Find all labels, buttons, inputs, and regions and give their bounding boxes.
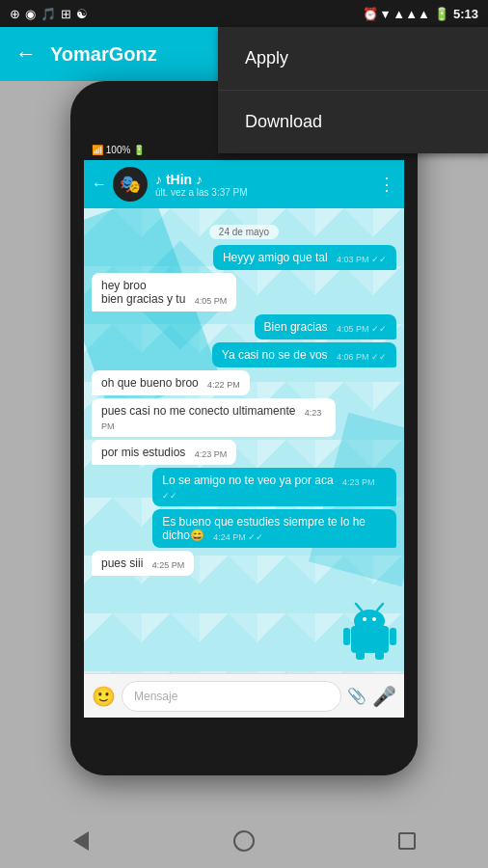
wa-toolbar: ← 🎭 ♪ tHin ♪ últ. vez a las 3:37 PM ⋮: [84, 160, 404, 208]
circle-icon: ◉: [25, 7, 36, 21]
wa-input-bar: 🙂 Mensaje 📎 🎤: [84, 673, 404, 718]
back-button[interactable]: ←: [15, 41, 37, 67]
message-time: 4:25 PM: [152, 560, 185, 570]
svg-rect-6: [343, 628, 350, 645]
plus-icon: ⊕: [10, 7, 20, 21]
phone-container: 📶 100% 🔋 03:39 PM ← 🎭 ♪ tHin ♪ últ. vez …: [70, 81, 418, 775]
message-text: oh que bueno broo: [101, 376, 199, 390]
apply-menu-item[interactable]: Apply: [218, 27, 488, 91]
message-bubble: Es bueno que estudies siempre te lo he d…: [152, 509, 396, 548]
message-text: por mis estudios: [101, 446, 185, 459]
status-bar: ⊕ ◉ 🎵 ⊞ ☯ ⏰ ▾ ▲▲▲ 🔋 5:13: [0, 0, 488, 27]
message-bubble: Heyyy amigo que tal 4:03 PM ✓✓: [213, 245, 396, 270]
message-text: pues casi no me conecto ultimamente: [101, 404, 295, 418]
nav-recent-icon: [398, 832, 416, 850]
status-icons-left: ⊕ ◉ 🎵 ⊞ ☯: [10, 7, 88, 21]
phone-bottom: [70, 718, 418, 775]
message-row: Es bueno que estudies siempre te lo he d…: [92, 509, 396, 548]
status-time: 5:13: [453, 7, 478, 21]
message-bubble: Ya casi no se de vos 4:06 PM ✓✓: [212, 342, 396, 367]
message-text: Ya casi no se de vos: [222, 348, 328, 362]
emoji-button[interactable]: 🙂: [92, 685, 116, 708]
message-bubble: Bien gracias 4:05 PM ✓✓: [255, 314, 396, 339]
wa-more-options[interactable]: ⋮: [378, 174, 396, 195]
nav-recent-button[interactable]: [388, 822, 426, 860]
chat-messages: 24 de mayo Heyyy amigo que tal 4:03 PM ✓…: [92, 222, 396, 576]
mic-button[interactable]: 🎤: [372, 685, 396, 708]
message-text: hey broobien gracias y tu: [101, 279, 185, 306]
alarm-icon: ⏰: [363, 7, 378, 21]
message-bubble: oh que bueno broo 4:22 PM: [92, 370, 250, 395]
message-bubble: pues siii 4:25 PM: [92, 551, 194, 576]
wa-contact-name: ♪ tHin ♪: [155, 172, 378, 187]
message-row: pues casi no me conecto ultimamente 4:23…: [92, 398, 396, 437]
message-time: 4:06 PM ✓✓: [337, 352, 387, 362]
message-text: pues siii: [101, 556, 143, 570]
message-time: 4:05 PM ✓✓: [337, 324, 387, 334]
message-bubble: por mis estudios 4:23 PM: [92, 440, 236, 465]
nav-home-button[interactable]: [225, 822, 263, 860]
message-row: Bien gracias 4:05 PM ✓✓: [92, 314, 396, 339]
wifi-icon: ▾: [382, 7, 389, 21]
message-row: pues siii 4:25 PM: [92, 551, 396, 576]
svg-point-3: [372, 617, 376, 621]
attach-button[interactable]: 📎: [347, 687, 366, 705]
wa-back-button[interactable]: ←: [92, 176, 107, 193]
message-time: 4:24 PM ✓✓: [213, 532, 263, 542]
wa-avatar-image: 🎭: [113, 167, 148, 202]
svg-point-1: [354, 610, 385, 633]
message-text: Lo se amigo no te veo ya por aca: [162, 474, 333, 487]
date-label: 24 de mayo: [92, 222, 396, 239]
message-time: 4:05 PM: [195, 296, 228, 306]
svg-line-4: [356, 604, 362, 610]
message-bubble: hey broobien gracias y tu 4:05 PM: [92, 273, 236, 312]
message-bubble: pues casi no me conecto ultimamente 4:23…: [92, 398, 336, 437]
signal-icon: ▲▲▲: [393, 7, 430, 21]
message-row: oh que bueno broo 4:22 PM: [92, 370, 396, 395]
message-row: Ya casi no se de vos 4:06 PM ✓✓: [92, 342, 396, 367]
message-text: Es bueno que estudies siempre te lo he d…: [162, 515, 366, 542]
message-row: Heyyy amigo que tal 4:03 PM ✓✓: [92, 245, 396, 270]
spotify-icon: 🎵: [41, 7, 56, 21]
phone-body: 📶 100% 🔋 03:39 PM ← 🎭 ♪ tHin ♪ últ. vez …: [70, 81, 418, 775]
message-row: Lo se amigo no te veo ya por aca 4:23 PM…: [92, 468, 396, 506]
chat-area[interactable]: 24 de mayo Heyyy amigo que tal 4:03 PM ✓…: [84, 208, 404, 673]
wa-avatar: 🎭: [113, 167, 148, 202]
status-right: ⏰ ▾ ▲▲▲ 🔋 5:13: [363, 7, 478, 21]
message-row: por mis estudios 4:23 PM: [92, 440, 396, 465]
message-text: Heyyy amigo que tal: [223, 251, 328, 264]
message-text: Bien gracias: [264, 320, 328, 334]
svg-line-5: [377, 604, 383, 610]
message-row: hey broobien gracias y tu 4:05 PM: [92, 273, 396, 312]
message-time: 4:03 PM ✓✓: [337, 255, 387, 264]
svg-rect-7: [390, 628, 396, 645]
wa-contact-info: ♪ tHin ♪ últ. vez a las 3:37 PM: [155, 172, 378, 198]
android-icon: ☯: [76, 7, 88, 21]
android-mascot: [343, 602, 396, 664]
message-input[interactable]: Mensaje: [122, 681, 341, 712]
download-menu-item[interactable]: Download: [218, 91, 488, 153]
svg-rect-9: [375, 650, 384, 660]
message-time: 4:23 PM: [195, 449, 228, 459]
nav-home-icon: [233, 830, 255, 852]
android-nav-bar: [0, 814, 488, 868]
message-bubble: Lo se amigo no te veo ya por aca 4:23 PM…: [152, 468, 396, 506]
message-placeholder: Mensaje: [134, 690, 177, 703]
wa-last-seen: últ. vez a las 3:37 PM: [155, 187, 378, 198]
nav-back-button[interactable]: [62, 822, 100, 860]
wa-status-icons: 📶 100% 🔋: [92, 145, 145, 155]
grid-icon: ⊞: [61, 7, 71, 21]
svg-rect-8: [356, 650, 365, 660]
dropdown-menu: Apply Download: [218, 27, 488, 153]
phone-screen: 📶 100% 🔋 03:39 PM ← 🎭 ♪ tHin ♪ últ. vez …: [84, 139, 404, 718]
svg-point-2: [363, 617, 366, 621]
message-time: 4:22 PM: [207, 380, 240, 390]
battery-icon: 🔋: [434, 7, 449, 21]
nav-back-icon: [73, 831, 89, 851]
